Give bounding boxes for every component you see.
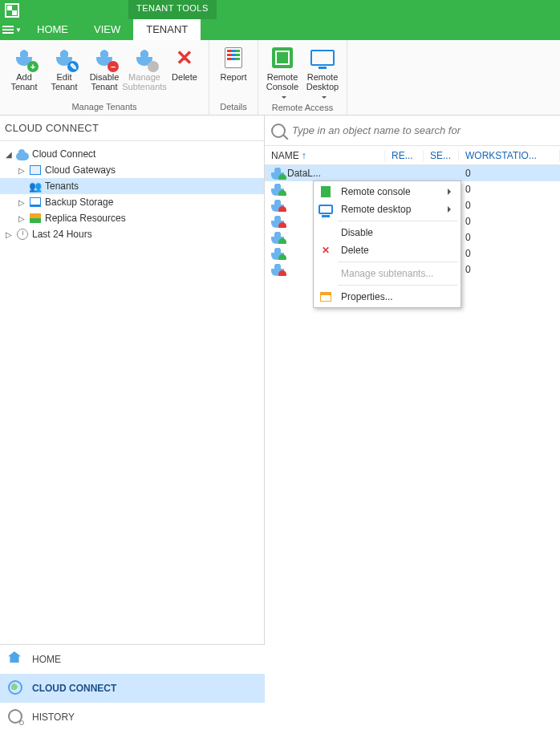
sort-asc-icon: ↑ [302,150,306,161]
cell-workstations: 0 [459,264,560,275]
remote-console-button[interactable]: Remote Console [263,43,302,101]
add-tenant-button[interactable]: +Add Tenant [5,43,43,91]
properties-icon [320,292,331,302]
tenant-icon [271,263,284,276]
menu-separator [338,221,457,221]
expand-icon[interactable]: ▷ [18,214,26,223]
cell-workstations: 0 [459,248,560,259]
app-menu-button[interactable]: ▼ [0,19,24,40]
cell-workstations: 0 [459,232,560,243]
tenant-icon [271,167,284,180]
ctx-label: Disable [341,227,373,238]
tree-node-backup-storage[interactable]: ▷Backup Storage [0,194,264,210]
tree-label: Cloud Connect [32,148,95,160]
clock-icon [16,228,29,241]
ctx-delete[interactable]: ✕Delete [314,241,461,259]
gw-icon [29,164,42,176]
remote-desktop-icon [319,205,333,214]
menu-tab-home[interactable]: HOME [24,19,81,40]
left-panel-title: CLOUD CONNECT [0,116,264,141]
column-header-se[interactable]: SE... [424,150,459,161]
tree-label: Last 24 Hours [32,229,92,240]
delete-button[interactable]: ✕Delete [165,43,204,82]
search-input[interactable] [292,124,554,136]
report-icon [225,47,242,68]
tree-label: Backup Storage [45,197,113,208]
table-row[interactable]: DataL...0 [265,165,560,181]
expand-icon[interactable]: ▷ [18,166,26,175]
remote-console-icon [272,47,293,68]
tenant-icon [271,199,284,212]
expand-icon[interactable]: ▷ [18,198,26,207]
tree-node-tenants[interactable]: 👥Tenants [0,178,264,194]
hist-icon [8,709,24,725]
tree-label: Cloud Gateways [45,164,116,176]
cloud-icon [16,148,29,160]
report-button[interactable]: Report [214,43,253,82]
contextual-tools-tab: TENANT TOOLS [128,0,217,19]
cell-workstations: 0 [459,216,560,227]
nav-label: HISTORY [32,712,75,723]
tree-label: Tenants [45,180,79,192]
ribbon-group-label: Details [209,100,258,115]
search-bar [265,116,560,146]
ctx-label: Delete [341,245,369,256]
grid-header: NAME↑RE...SE...WORKSTATIO... [265,146,560,165]
tenant-icon [271,247,284,260]
main-menu: ▼ HOMEVIEWTENANT [0,19,560,40]
ctx-remote-desktop[interactable]: Remote desktop [314,201,461,218]
ctx-remote-console[interactable]: Remote console [314,183,461,201]
left-panel: CLOUD CONNECT ◢Cloud Connect▷Cloud Gatew… [0,116,265,644]
menu-tab-tenant[interactable]: TENANT [133,19,201,40]
context-menu: Remote consoleRemote desktopDisable✕Dele… [313,180,461,308]
people-icon: 👥 [29,180,42,193]
tree-label: Replica Resources [45,213,126,224]
nav-label: HOME [32,654,61,665]
ribbon: +Add Tenant✎Edit Tenant–Disable TenantMa… [0,40,560,116]
cell-name: DataL... [287,168,321,179]
tree-node-cloud-connect[interactable]: ◢Cloud Connect [0,146,264,162]
ctx-properties[interactable]: Properties... [314,288,461,306]
nav-label: CLOUD CONNECT [32,683,116,694]
tenant-icon [271,183,284,196]
ctx-label: Remote console [341,186,411,197]
column-header-name[interactable]: NAME↑ [265,150,385,161]
tree-node-cloud-gateways[interactable]: ▷Cloud Gateways [0,162,264,178]
edit-tenant-button[interactable]: ✎Edit Tenant [45,43,83,91]
delete-icon: ✕ [176,46,193,71]
cell-workstations: 0 [459,184,560,195]
titlebar: TENANT TOOLS ▼ HOMEVIEWTENANT [0,0,560,40]
globe-icon [8,680,24,696]
search-icon [271,124,286,138]
nav-history[interactable]: HISTORY [0,703,265,732]
ctx-disable[interactable]: Disable [314,224,461,241]
expand-icon[interactable]: ▷ [5,230,13,239]
nav-picker: HOMECLOUD CONNECTHISTORY» [0,644,265,734]
ctx-label: Manage subtenants... [341,268,433,279]
cell-workstations: 0 [459,200,560,211]
ctx-label: Remote desktop [341,204,411,215]
menu-tab-view[interactable]: VIEW [81,19,133,40]
nav-home[interactable]: HOME [0,645,265,674]
collapse-icon[interactable]: ◢ [5,150,13,159]
disable-tenant-button[interactable]: –Disable Tenant [85,43,124,91]
nav-cloud-connect[interactable]: CLOUD CONNECT [0,674,265,703]
column-header-re[interactable]: RE... [385,150,424,161]
remote-desktop-button[interactable]: Remote Desktop [303,43,342,101]
ribbon-group-label: Manage Tenants [0,100,209,115]
manage-subtenants-button: Manage Subtenants [125,43,164,91]
delete-icon: ✕ [322,245,330,256]
tree-node-last-24-hours[interactable]: ▷Last 24 Hours [0,226,264,242]
column-header-ws[interactable]: WORKSTATIO... [459,150,560,161]
nav-tree: ◢Cloud Connect▷Cloud Gateways👥Tenants▷Ba… [0,141,264,644]
store-icon [29,196,42,209]
tenant-icon [271,215,284,228]
remote-console-icon [319,185,332,198]
tree-node-replica-resources[interactable]: ▷Replica Resources [0,210,264,226]
cell-workstations: 0 [459,168,560,179]
rep-icon [29,212,42,225]
menu-separator [338,285,457,286]
home-icon [8,651,24,667]
ribbon-group-label: Remote Access [258,101,347,116]
menu-separator [338,262,457,262]
